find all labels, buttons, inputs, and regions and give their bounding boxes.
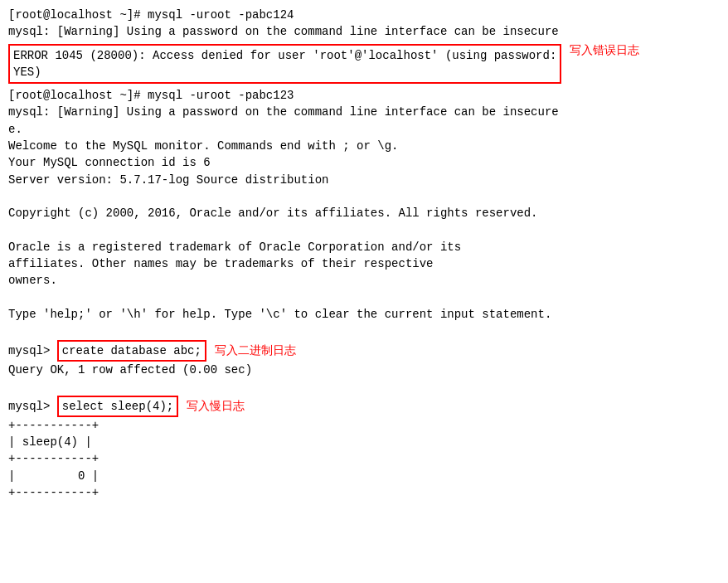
line-text: | 0 | bbox=[8, 469, 99, 483]
line-text: Type 'help;' or '\h' for help. Type '\c'… bbox=[8, 308, 551, 321]
table-line-4: | 0 | bbox=[8, 468, 720, 484]
error-block: ERROR 1045 (28000): Access denied for us… bbox=[8, 44, 561, 85]
command-select-row: mysql> select sleep(4); 写入慢日志 bbox=[8, 396, 720, 417]
terminal-line-1: [root@localhost ~]# mysql -uroot -pabc12… bbox=[8, 7, 720, 23]
line-text: [root@localhost ~]# mysql -uroot -pabc12… bbox=[8, 89, 294, 102]
line-text: +-----------+ bbox=[8, 486, 99, 499]
line-text: +-----------+ bbox=[8, 452, 99, 465]
terminal-window: [root@localhost ~]# mysql -uroot -pabc12… bbox=[8, 7, 720, 501]
line-text: +-----------+ bbox=[8, 419, 99, 432]
terminal-line-15: affiliates. Other names may be trademark… bbox=[8, 255, 720, 272]
error-text-1: ERROR 1045 (28000): Access denied for us… bbox=[13, 49, 556, 62]
line-text: e. bbox=[8, 123, 22, 136]
command-create-row: mysql> create database abc; 写入二进制日志 bbox=[8, 340, 720, 362]
line-text: owners. bbox=[8, 274, 57, 287]
error-text-2: YES) bbox=[13, 66, 41, 79]
error-line-1: ERROR 1045 (28000): Access denied for us… bbox=[13, 47, 556, 64]
error-line-2: YES) bbox=[13, 64, 556, 80]
blank-line-4 bbox=[8, 323, 720, 339]
line-text: | sleep(4) | bbox=[8, 435, 92, 449]
error-block-container: ERROR 1045 (28000): Access denied for us… bbox=[8, 42, 720, 86]
line-text: Your MySQL connection id is 6 bbox=[8, 156, 211, 169]
blank-line-2 bbox=[8, 222, 720, 239]
terminal-line-5: [root@localhost ~]# mysql -uroot -pabc12… bbox=[8, 87, 720, 104]
error-annotation: 写入错误日志 bbox=[570, 42, 639, 59]
line-text: Oracle is a registered trademark of Orac… bbox=[8, 240, 461, 254]
line-text: affiliates. Other names may be trademark… bbox=[8, 257, 433, 270]
line-text: mysql: [Warning] Using a password on the… bbox=[8, 25, 559, 38]
table-line-1: +-----------+ bbox=[8, 417, 720, 434]
terminal-line-6: mysql: [Warning] Using a password on the… bbox=[8, 104, 720, 120]
terminal-line-10: Server version: 5.7.17-log Source distri… bbox=[8, 172, 720, 188]
line-text: Copyright (c) 2000, 2016, Oracle and/or … bbox=[8, 206, 538, 220]
line-text: Query OK, 1 row affected (0.00 sec) bbox=[8, 363, 252, 377]
query-ok-line: Query OK, 1 row affected (0.00 sec) bbox=[8, 362, 720, 378]
select-command-box: select sleep(4); bbox=[57, 396, 178, 417]
table-line-5: +-----------+ bbox=[8, 484, 720, 501]
create-command-box: create database abc; bbox=[57, 340, 206, 362]
line-text: [root@localhost ~]# mysql -uroot -pabc12… bbox=[8, 8, 294, 22]
select-annotation: 写入慢日志 bbox=[187, 398, 245, 415]
blank-line-1 bbox=[8, 188, 720, 205]
terminal-line-16: owners. bbox=[8, 272, 720, 289]
line-text: Server version: 5.7.17-log Source distri… bbox=[8, 173, 328, 187]
mysql-prompt-2: mysql> bbox=[8, 398, 57, 415]
terminal-line-9: Your MySQL connection id is 6 bbox=[8, 154, 720, 171]
mysql-prompt-1: mysql> bbox=[8, 343, 57, 359]
blank-line-3 bbox=[8, 289, 720, 306]
terminal-line-8: Welcome to the MySQL monitor. Commands e… bbox=[8, 138, 720, 154]
terminal-line-2: mysql: [Warning] Using a password on the… bbox=[8, 23, 720, 40]
table-line-2: | sleep(4) | bbox=[8, 434, 720, 450]
line-text: mysql: [Warning] Using a password on the… bbox=[8, 105, 559, 119]
table-line-3: +-----------+ bbox=[8, 450, 720, 467]
terminal-line-12: Copyright (c) 2000, 2016, Oracle and/or … bbox=[8, 205, 720, 221]
terminal-line-14: Oracle is a registered trademark of Orac… bbox=[8, 239, 720, 255]
line-text: Welcome to the MySQL monitor. Commands e… bbox=[8, 139, 398, 153]
blank-line-5 bbox=[8, 378, 720, 395]
create-annotation: 写入二进制日志 bbox=[215, 343, 296, 359]
terminal-line-7: e. bbox=[8, 121, 720, 138]
terminal-line-18: Type 'help;' or '\h' for help. Type '\c'… bbox=[8, 306, 720, 323]
